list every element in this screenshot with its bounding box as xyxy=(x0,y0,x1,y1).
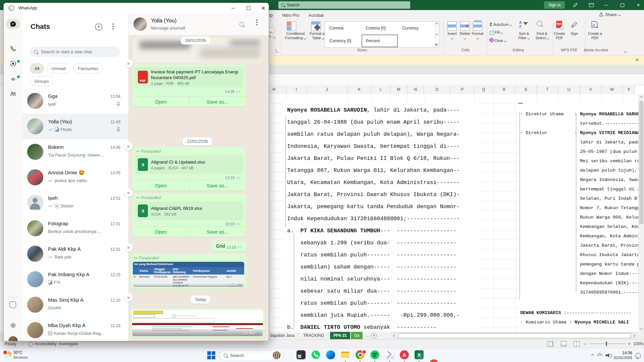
column-header[interactable]: I xyxy=(286,85,307,94)
pdf-document-message[interactable]: PDF Invoice final payment PT Lancarjaya … xyxy=(133,65,246,107)
clear-button[interactable]: Clear xyxy=(490,38,513,43)
volume-icon[interactable] xyxy=(606,353,610,357)
spotify-icon[interactable] xyxy=(370,350,379,359)
vertical-scrollbar-thumb[interactable] xyxy=(639,101,643,224)
whatsapp-taskbar-icon[interactable] xyxy=(311,350,320,359)
autosum-button[interactable]: Σ AutoSum xyxy=(490,22,521,27)
message-expand-icon[interactable]: » xyxy=(124,59,133,68)
column-header[interactable]: Q xyxy=(474,85,493,94)
bank-table-image-message[interactable]: ↪ Forwarded ksi yang Berhasil Diotorisas… xyxy=(131,254,246,289)
column-header[interactable]: R xyxy=(493,85,515,94)
normal-view-icon[interactable] xyxy=(547,341,553,347)
communities-tab-icon[interactable] xyxy=(9,90,17,98)
snipping-tool-icon[interactable] xyxy=(385,350,394,359)
open-file-button[interactable]: Open xyxy=(133,97,190,107)
sheet-tab-pendapatan-jasa[interactable]: dapatan Jasa xyxy=(267,332,298,339)
weather-icon[interactable] xyxy=(3,350,12,359)
status-tab-icon[interactable] xyxy=(9,60,17,67)
chat-list-item[interactable]: Gga 13:04 Iyah xyxy=(22,88,128,114)
save-file-button[interactable]: Save as... xyxy=(190,97,246,107)
excel-search-box[interactable]: Search xyxy=(278,1,410,9)
sheet-tab-pph21-active[interactable]: PPh 21 xyxy=(330,332,350,339)
feedback-pen-icon[interactable] xyxy=(570,0,580,10)
chat-list-item[interactable]: Bokem 14:06 Tia Pacar Doyoung: oheee,... xyxy=(22,139,128,165)
column-headers[interactable]: HIJKLMNOPQRSTUVWX xyxy=(262,85,635,95)
weather-temp[interactable]: 30°C xyxy=(13,350,22,355)
browser-icon-2[interactable] xyxy=(429,359,438,362)
file-explorer-icon[interactable] xyxy=(341,350,350,359)
open-file-button[interactable]: Open xyxy=(133,180,190,191)
cell-style-option[interactable]: Currency xyxy=(398,22,434,35)
ribbon-tab-acrobat[interactable]: Acrobat xyxy=(309,13,324,18)
calls-tab-icon[interactable] xyxy=(9,45,17,53)
format-cells-button[interactable]: Format xyxy=(470,32,485,40)
chats-tab-icon[interactable] xyxy=(9,20,17,28)
page-break-view-icon[interactable] xyxy=(574,341,579,347)
column-header[interactable]: S xyxy=(515,85,537,94)
conversation-search-icon[interactable] xyxy=(239,22,244,26)
tray-time[interactable]: 14:06 xyxy=(614,351,632,355)
sheet-tab-da[interactable]: Da xyxy=(351,332,363,339)
collapse-ribbon-icon[interactable] xyxy=(625,49,627,55)
column-header[interactable]: U xyxy=(558,85,580,94)
ribbon-tab-help-partial[interactable]: lp xyxy=(269,13,273,18)
chat-filter-chip[interactable]: All xyxy=(30,63,44,73)
conditional-formatting-button[interactable]: Conditional Formatting xyxy=(282,32,309,40)
chat-list-item[interactable]: Ipeh 13:01 ✓✓ Sticker xyxy=(22,190,128,216)
column-header[interactable]: L xyxy=(371,85,390,94)
create-pdf-button[interactable]: Create PDF xyxy=(551,32,568,40)
chat-filter-chip[interactable]: Groups xyxy=(30,76,54,86)
spreadsheet-image-message[interactable]: 11:43✓✓ xyxy=(131,308,264,338)
chat-filter-chip[interactable]: Favourites xyxy=(73,63,103,73)
new-sheet-icon[interactable]: + xyxy=(371,333,377,339)
open-file-button[interactable]: Open xyxy=(133,227,190,237)
minimize-button[interactable] xyxy=(601,0,611,10)
column-header[interactable]: V xyxy=(580,85,601,94)
excel-taskbar-icon[interactable]: X xyxy=(415,350,424,359)
chat-list-item[interactable]: Mas Siroj Kkp A 12:10 Ooohh xyxy=(22,292,128,317)
wa-close-button[interactable]: ✕ xyxy=(256,3,269,13)
chat-list-item[interactable]: Fotograp 12:31 Berikut untuk pricelistny… xyxy=(22,216,128,241)
ribbon-tab-nitro-pro[interactable]: Nitro Pro xyxy=(282,13,299,18)
hidden-icons-chevron[interactable] xyxy=(591,354,594,357)
sheet-tab-tracking[interactable]: TRACKING xyxy=(300,332,327,339)
wa-minimize-button[interactable] xyxy=(226,3,240,13)
text-message[interactable]: Grid 13:19✓✓ xyxy=(212,241,246,252)
cell-style-option[interactable]: Currency [0] xyxy=(325,35,362,47)
message-expand-icon[interactable]: » xyxy=(124,188,133,197)
squircle-icon[interactable] xyxy=(9,301,17,309)
column-header[interactable]: P xyxy=(450,85,474,94)
vertical-scrollbar[interactable] xyxy=(638,94,644,332)
file-attachment[interactable]: X Allgrand CI&PL 0619.xlsx XLSX · 252 kB xyxy=(135,201,244,220)
chat-filter-chip[interactable]: Unread xyxy=(47,63,70,73)
chat-list-item[interactable]: Pak Aldi Kkp A 12:31 ✓✓ Baik pak xyxy=(22,241,128,266)
column-header[interactable]: N xyxy=(407,85,424,94)
channels-tab-icon[interactable] xyxy=(9,75,17,83)
close-button[interactable]: ✕ xyxy=(633,0,643,10)
message-expand-icon[interactable]: » xyxy=(124,243,133,252)
cell-style-option[interactable]: Comma xyxy=(325,22,362,35)
wa-maximize-button[interactable] xyxy=(241,3,256,13)
sign-button[interactable]: Sign xyxy=(568,32,581,36)
cell-style-option[interactable] xyxy=(398,35,434,47)
xlsx-document-message-1[interactable]: ↪ Forwarded X Allgrand CI & Updated.xlsx… xyxy=(133,147,246,191)
chat-list-item[interactable]: Yolla (You) 11:43 ✓✓ Photo xyxy=(22,114,128,139)
messages-area[interactable]: 19/01/2026 PDF Invoice final payment PT … xyxy=(129,35,269,341)
conversation-avatar[interactable] xyxy=(133,17,147,31)
column-header[interactable]: W xyxy=(601,85,623,94)
column-header[interactable]: M xyxy=(390,85,407,94)
new-chat-icon[interactable]: + xyxy=(96,24,102,30)
tray-date[interactable]: 31/01/2026 xyxy=(614,355,632,360)
save-file-button[interactable]: Save as... xyxy=(190,180,246,191)
zoom-in-icon[interactable]: + xyxy=(628,341,631,346)
page-layout-view-icon[interactable] xyxy=(561,341,567,347)
profile-avatar[interactable] xyxy=(8,336,18,341)
edge-icon[interactable] xyxy=(326,350,335,359)
column-header[interactable]: O xyxy=(424,85,450,94)
chat-list-item[interactable]: Annisa Diniw 🤩 14:05 ✓✓ puasa apa sabtu xyxy=(22,165,128,190)
chats-search-input[interactable]: Search or start a new chat xyxy=(30,47,120,57)
zoom-level[interactable]: 100% xyxy=(633,342,644,346)
settings-gear-icon[interactable] xyxy=(9,322,17,329)
wifi-icon[interactable] xyxy=(597,353,602,357)
horizontal-scrollbar[interactable] xyxy=(392,333,637,338)
